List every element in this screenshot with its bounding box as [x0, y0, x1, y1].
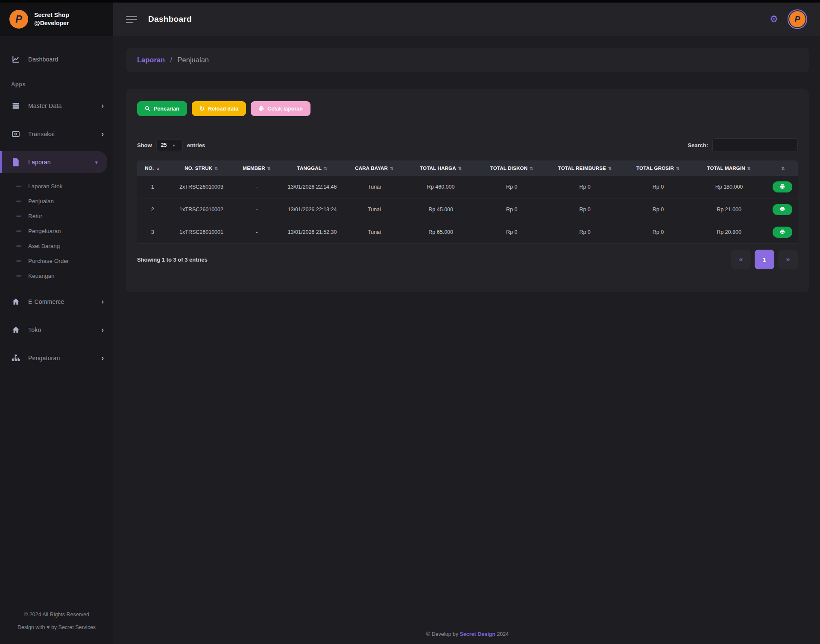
sort-icon: ⇅ [676, 166, 680, 171]
submenu-label: Keuangan [28, 273, 55, 279]
print-row-button[interactable] [773, 204, 792, 215]
sort-icon: ⇅ [267, 166, 271, 171]
pagination-prev-button[interactable]: « [731, 250, 751, 269]
document-icon [11, 157, 20, 167]
table-row: 2 1xTRSC26010002 - 13/01/2026 22:13:24 T… [137, 198, 798, 221]
table-header-row: NO.▲ NO. STRUK⇅ MEMBER⇅ TANGGAL⇅ CARA BA… [137, 160, 798, 176]
submenu-item-retur[interactable]: Retur [0, 209, 113, 224]
cell-total-reimburse: Rp 0 [545, 198, 625, 221]
cetak-laporan-button[interactable]: Cetak laporan [251, 101, 310, 116]
column-header-total-diskon[interactable]: TOTAL DISKON⇅ [478, 160, 545, 176]
column-header-total-grosir[interactable]: TOTAL GROSIR⇅ [625, 160, 691, 176]
sidebar-item-ecommerce[interactable]: E-Commerce › [0, 291, 113, 313]
column-header-no[interactable]: NO.▲ [137, 160, 168, 176]
print-row-button[interactable] [773, 227, 792, 238]
column-header-tanggal[interactable]: TANGGAL⇅ [279, 160, 346, 176]
home-icon [11, 297, 20, 306]
caret-down-icon: ▾ [95, 159, 98, 166]
breadcrumb: Laporan / Penjualan [126, 48, 809, 72]
table-search: Search: [688, 138, 798, 152]
submenu-item-purchase-order[interactable]: Purchase Order [0, 254, 113, 268]
settings-gear-icon[interactable]: ⚙ [770, 14, 778, 25]
submenu-item-laporan-stok[interactable]: Laporan Stok [0, 179, 113, 194]
sidebar-item-laporan[interactable]: Laporan ▾ [0, 151, 107, 173]
search-input[interactable] [712, 138, 798, 152]
column-header-no-struk[interactable]: NO. STRUK⇅ [168, 160, 235, 176]
sidebar-item-transaksi[interactable]: Transaksi › [0, 123, 113, 145]
dash-bullet-icon [16, 201, 21, 202]
chevron-right-icon: › [102, 354, 104, 362]
cell-struk: 1xTRSC26010002 [168, 198, 235, 221]
sidebar: Dashboard Apps Master Data › Transaksi › [0, 36, 113, 644]
table-row: 1 2xTRSC26010003 - 13/01/2026 22:14:46 T… [137, 176, 798, 198]
breadcrumb-parent-link[interactable]: Laporan [137, 56, 165, 64]
logo-letter: P [15, 13, 22, 25]
topbar: P Secret Shop @Developer Dashboard ⚙ P [0, 3, 820, 36]
sidebar-item-master-data[interactable]: Master Data › [0, 95, 113, 117]
column-header-actions[interactable]: ⇅ [767, 160, 798, 176]
sort-icon: ⇅ [390, 166, 394, 171]
avatar-logo: P [789, 11, 805, 27]
submenu-item-pengeluaran[interactable]: Pengeluaran [0, 224, 113, 239]
column-header-member[interactable]: MEMBER⇅ [234, 160, 279, 176]
table-footer: Showing 1 to 3 of 3 entries « 1 » [137, 250, 798, 269]
sidebar-item-label: Toko [28, 326, 94, 333]
submenu-label: Pengeluaran [28, 228, 61, 234]
avatar-letter: P [794, 15, 800, 24]
submenu-item-keuangan[interactable]: Keuangan [0, 268, 113, 283]
footer-brand-link[interactable]: Secret Design [460, 631, 495, 637]
cell-total-reimburse: Rp 0 [545, 176, 625, 198]
sort-icon: ⇅ [782, 166, 785, 171]
sort-icon: ⇅ [324, 166, 328, 171]
dash-bullet-icon [16, 216, 21, 217]
dash-bullet-icon [16, 186, 21, 187]
pagination-page-1[interactable]: 1 [755, 250, 774, 269]
dash-bullet-icon [16, 260, 21, 262]
column-header-total-margin[interactable]: TOTAL MARGIN⇅ [691, 160, 767, 176]
sidebar-item-pengaturan[interactable]: Pengaturan › [0, 347, 113, 369]
print-row-button[interactable] [773, 181, 792, 192]
submenu-label: Purchase Order [28, 258, 69, 264]
cell-no: 3 [137, 221, 168, 244]
cell-struk: 2xTRSC26010003 [168, 176, 235, 198]
topbar-right: ⚙ P [770, 9, 807, 29]
cell-total-margin: Rp 20.800 [691, 221, 767, 244]
app-logo: P [9, 10, 28, 29]
sitemap-icon [11, 353, 20, 363]
sidebar-section-apps: Apps [0, 73, 113, 92]
cell-total-margin: Rp 180.000 [691, 176, 767, 198]
sidebar-item-label: Transaksi [28, 131, 94, 137]
reload-data-button[interactable]: ↻ Reload data [192, 101, 246, 116]
brand-area[interactable]: P Secret Shop @Developer [0, 3, 113, 36]
submenu-item-aset-barang[interactable]: Aset Barang [0, 239, 113, 254]
footer-prefix: © Develop by [426, 631, 458, 637]
cell-cara-bayar: Tunai [346, 221, 403, 244]
sidebar-credit: Design with ♥ by Secret Services [0, 621, 113, 634]
submenu-item-penjualan[interactable]: Penjualan [0, 194, 113, 209]
hamburger-menu-icon[interactable] [126, 16, 137, 23]
sidebar-item-toko[interactable]: Toko › [0, 319, 113, 341]
pencarian-button[interactable]: Pencarian [137, 101, 187, 116]
footer-year: 2024 [497, 631, 509, 637]
cell-total-grosir: Rp 0 [625, 198, 691, 221]
page-size-value: 25 [161, 142, 167, 148]
cell-struk: 1xTRSC26010001 [168, 221, 235, 244]
sidebar-item-dashboard[interactable]: Dashboard [0, 48, 113, 70]
dash-bullet-icon [16, 230, 21, 232]
table-row: 3 1xTRSC26010001 - 13/01/2026 21:52:30 T… [137, 221, 798, 244]
laporan-submenu: Laporan Stok Penjualan Retur Pengeluaran… [0, 176, 113, 288]
storefront-icon [11, 325, 20, 335]
cell-total-diskon: Rp 0 [478, 198, 545, 221]
sort-icon: ⇅ [608, 166, 612, 171]
column-header-total-reimburse[interactable]: TOTAL REIMBURSE⇅ [545, 160, 625, 176]
page-size-select[interactable]: 25 ▾ [156, 139, 183, 151]
user-avatar[interactable]: P [788, 9, 807, 29]
column-header-cara-bayar[interactable]: CARA BAYAR⇅ [346, 160, 403, 176]
app-shell: Dashboard Apps Master Data › Transaksi › [0, 36, 820, 644]
column-header-total-harga[interactable]: TOTAL HARGA⇅ [403, 160, 479, 176]
pagination-next-button[interactable]: » [778, 250, 798, 269]
page-footer: © Develop by Secret Design 2024 [126, 625, 809, 644]
dash-bullet-icon [16, 245, 21, 247]
submenu-label: Penjualan [28, 198, 54, 204]
list-bars-icon [11, 101, 20, 111]
